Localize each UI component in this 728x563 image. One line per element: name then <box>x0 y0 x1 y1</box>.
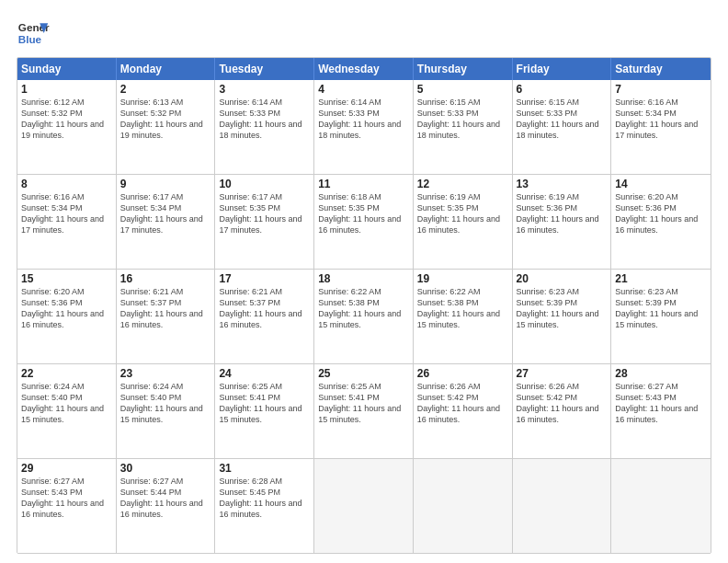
sun-info: Sunrise: 6:16 AMSunset: 5:34 PMDaylight:… <box>615 97 707 142</box>
sun-info: Sunrise: 6:13 AMSunset: 5:32 PMDaylight:… <box>120 97 211 142</box>
sun-info: Sunrise: 6:22 AMSunset: 5:38 PMDaylight:… <box>318 286 409 331</box>
day-cell-22: 22 Sunrise: 6:24 AMSunset: 5:40 PMDaylig… <box>17 364 117 458</box>
sun-info: Sunrise: 6:19 AMSunset: 5:36 PMDaylight:… <box>517 191 608 236</box>
sun-info: Sunrise: 6:21 AMSunset: 5:37 PMDaylight:… <box>219 286 310 331</box>
day-number: 21 <box>615 272 707 285</box>
page: General Blue SundayMondayTuesdayWednesda… <box>0 0 728 563</box>
sun-info: Sunrise: 6:23 AMSunset: 5:39 PMDaylight:… <box>615 286 707 331</box>
calendar-row-5: 29 Sunrise: 6:27 AMSunset: 5:43 PMDaylig… <box>17 458 711 553</box>
calendar-header: SundayMondayTuesdayWednesdayThursdayFrid… <box>17 58 711 80</box>
day-number: 10 <box>219 178 310 190</box>
day-cell-8: 8 Sunrise: 6:16 AMSunset: 5:34 PMDayligh… <box>17 175 117 269</box>
empty-cell <box>314 459 414 553</box>
day-number: 26 <box>417 367 508 380</box>
day-number: 29 <box>21 462 112 475</box>
sun-info: Sunrise: 6:27 AMSunset: 5:43 PMDaylight:… <box>615 381 707 426</box>
day-number: 31 <box>219 462 310 475</box>
day-number: 12 <box>417 178 508 190</box>
day-cell-13: 13 Sunrise: 6:19 AMSunset: 5:36 PMDaylig… <box>513 175 612 269</box>
day-number: 13 <box>517 178 608 190</box>
day-cell-14: 14 Sunrise: 6:20 AMSunset: 5:36 PMDaylig… <box>611 175 711 269</box>
day-cell-21: 21 Sunrise: 6:23 AMSunset: 5:39 PMDaylig… <box>611 270 711 363</box>
sun-info: Sunrise: 6:28 AMSunset: 5:45 PMDaylight:… <box>219 476 310 521</box>
sun-info: Sunrise: 6:22 AMSunset: 5:38 PMDaylight:… <box>417 286 508 331</box>
sun-info: Sunrise: 6:26 AMSunset: 5:42 PMDaylight:… <box>417 381 508 426</box>
header-day-sunday: Sunday <box>17 58 117 80</box>
day-cell-15: 15 Sunrise: 6:20 AMSunset: 5:36 PMDaylig… <box>17 270 117 363</box>
sun-info: Sunrise: 6:27 AMSunset: 5:43 PMDaylight:… <box>21 476 112 521</box>
sun-info: Sunrise: 6:20 AMSunset: 5:36 PMDaylight:… <box>21 286 112 331</box>
sun-info: Sunrise: 6:12 AMSunset: 5:32 PMDaylight:… <box>21 97 112 142</box>
sun-info: Sunrise: 6:18 AMSunset: 5:35 PMDaylight:… <box>318 191 409 236</box>
day-cell-28: 28 Sunrise: 6:27 AMSunset: 5:43 PMDaylig… <box>611 364 711 458</box>
day-number: 3 <box>219 83 310 96</box>
calendar-row-2: 8 Sunrise: 6:16 AMSunset: 5:34 PMDayligh… <box>17 174 711 269</box>
day-cell-20: 20 Sunrise: 6:23 AMSunset: 5:39 PMDaylig… <box>513 270 612 363</box>
day-cell-18: 18 Sunrise: 6:22 AMSunset: 5:38 PMDaylig… <box>314 270 414 363</box>
day-cell-5: 5 Sunrise: 6:15 AMSunset: 5:33 PMDayligh… <box>414 80 513 174</box>
day-number: 9 <box>120 178 211 190</box>
day-number: 15 <box>21 272 112 285</box>
day-cell-9: 9 Sunrise: 6:17 AMSunset: 5:34 PMDayligh… <box>117 175 216 269</box>
day-cell-17: 17 Sunrise: 6:21 AMSunset: 5:37 PMDaylig… <box>215 270 314 363</box>
day-number: 7 <box>615 83 707 96</box>
day-cell-26: 26 Sunrise: 6:26 AMSunset: 5:42 PMDaylig… <box>414 364 513 458</box>
day-number: 30 <box>120 462 211 475</box>
day-cell-25: 25 Sunrise: 6:25 AMSunset: 5:41 PMDaylig… <box>314 364 414 458</box>
sun-info: Sunrise: 6:23 AMSunset: 5:39 PMDaylight:… <box>517 286 608 331</box>
header: General Blue <box>17 17 711 50</box>
sun-info: Sunrise: 6:15 AMSunset: 5:33 PMDaylight:… <box>517 97 608 142</box>
day-cell-2: 2 Sunrise: 6:13 AMSunset: 5:32 PMDayligh… <box>117 80 216 174</box>
sun-info: Sunrise: 6:14 AMSunset: 5:33 PMDaylight:… <box>318 97 409 142</box>
day-cell-6: 6 Sunrise: 6:15 AMSunset: 5:33 PMDayligh… <box>513 80 612 174</box>
day-cell-7: 7 Sunrise: 6:16 AMSunset: 5:34 PMDayligh… <box>611 80 711 174</box>
day-cell-16: 16 Sunrise: 6:21 AMSunset: 5:37 PMDaylig… <box>117 270 216 363</box>
day-number: 27 <box>517 367 608 380</box>
logo: General Blue <box>17 17 53 50</box>
calendar-row-3: 15 Sunrise: 6:20 AMSunset: 5:36 PMDaylig… <box>17 269 711 363</box>
header-day-wednesday: Wednesday <box>314 58 414 80</box>
sun-info: Sunrise: 6:26 AMSunset: 5:42 PMDaylight:… <box>517 381 608 426</box>
day-number: 18 <box>318 272 409 285</box>
day-number: 11 <box>318 178 409 190</box>
day-cell-29: 29 Sunrise: 6:27 AMSunset: 5:43 PMDaylig… <box>17 459 117 553</box>
sun-info: Sunrise: 6:24 AMSunset: 5:40 PMDaylight:… <box>120 381 211 426</box>
day-cell-11: 11 Sunrise: 6:18 AMSunset: 5:35 PMDaylig… <box>314 175 414 269</box>
empty-cell <box>414 459 513 553</box>
calendar: SundayMondayTuesdayWednesdayThursdayFrid… <box>17 57 711 554</box>
day-number: 22 <box>21 367 112 380</box>
day-number: 24 <box>219 367 310 380</box>
day-number: 6 <box>517 83 608 96</box>
header-day-tuesday: Tuesday <box>215 58 314 80</box>
day-number: 16 <box>120 272 211 285</box>
header-day-saturday: Saturday <box>611 58 711 80</box>
day-cell-1: 1 Sunrise: 6:12 AMSunset: 5:32 PMDayligh… <box>17 80 117 174</box>
day-number: 2 <box>120 83 211 96</box>
day-number: 17 <box>219 272 310 285</box>
day-number: 5 <box>417 83 508 96</box>
day-cell-31: 31 Sunrise: 6:28 AMSunset: 5:45 PMDaylig… <box>215 459 314 553</box>
sun-info: Sunrise: 6:27 AMSunset: 5:44 PMDaylight:… <box>120 476 211 521</box>
sun-info: Sunrise: 6:20 AMSunset: 5:36 PMDaylight:… <box>615 191 707 236</box>
day-cell-24: 24 Sunrise: 6:25 AMSunset: 5:41 PMDaylig… <box>215 364 314 458</box>
sun-info: Sunrise: 6:19 AMSunset: 5:35 PMDaylight:… <box>417 191 508 236</box>
sun-info: Sunrise: 6:17 AMSunset: 5:34 PMDaylight:… <box>120 191 211 236</box>
day-cell-27: 27 Sunrise: 6:26 AMSunset: 5:42 PMDaylig… <box>513 364 612 458</box>
header-day-thursday: Thursday <box>414 58 513 80</box>
calendar-row-4: 22 Sunrise: 6:24 AMSunset: 5:40 PMDaylig… <box>17 363 711 458</box>
day-number: 19 <box>417 272 508 285</box>
day-cell-3: 3 Sunrise: 6:14 AMSunset: 5:33 PMDayligh… <box>215 80 314 174</box>
day-cell-30: 30 Sunrise: 6:27 AMSunset: 5:44 PMDaylig… <box>117 459 216 553</box>
logo-icon: General Blue <box>17 17 50 50</box>
empty-cell <box>513 459 612 553</box>
header-day-monday: Monday <box>117 58 216 80</box>
sun-info: Sunrise: 6:21 AMSunset: 5:37 PMDaylight:… <box>120 286 211 331</box>
sun-info: Sunrise: 6:14 AMSunset: 5:33 PMDaylight:… <box>219 97 310 142</box>
sun-info: Sunrise: 6:16 AMSunset: 5:34 PMDaylight:… <box>21 191 112 236</box>
calendar-row-1: 1 Sunrise: 6:12 AMSunset: 5:32 PMDayligh… <box>17 80 711 174</box>
sun-info: Sunrise: 6:15 AMSunset: 5:33 PMDaylight:… <box>417 97 508 142</box>
day-cell-12: 12 Sunrise: 6:19 AMSunset: 5:35 PMDaylig… <box>414 175 513 269</box>
header-day-friday: Friday <box>513 58 612 80</box>
sun-info: Sunrise: 6:17 AMSunset: 5:35 PMDaylight:… <box>219 191 310 236</box>
day-number: 28 <box>615 367 707 380</box>
